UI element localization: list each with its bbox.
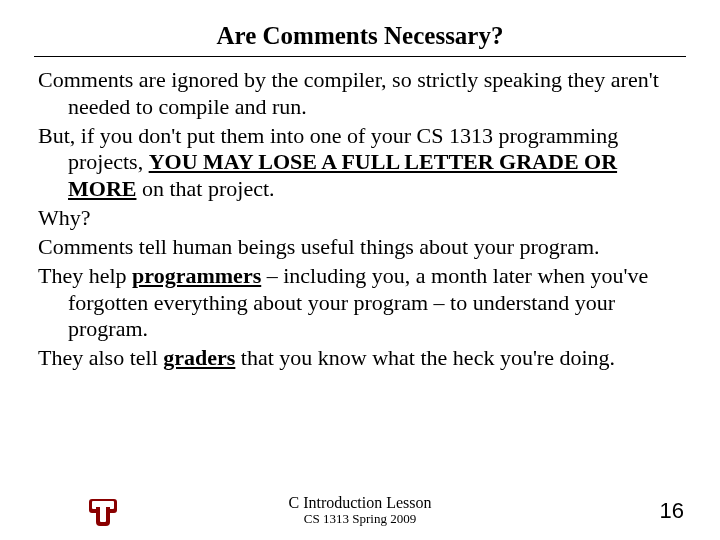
paragraph-2: But, if you don't put them into one of y… (38, 123, 682, 203)
slide-body: Comments are ignored by the compiler, so… (38, 67, 682, 372)
paragraph-5: They help programmers – including you, a… (38, 263, 682, 343)
text: that you know what the heck you're doing… (235, 345, 615, 370)
footer-center: C Introduction Lesson CS 1313 Spring 200… (288, 494, 431, 526)
footer-line1: C Introduction Lesson (288, 494, 431, 512)
slide-title: Are Comments Necessary? (38, 22, 682, 50)
text: on that project. (136, 176, 274, 201)
emphasis-graders: graders (163, 345, 235, 370)
text: Comments are ignored by the compiler, so… (38, 67, 659, 119)
paragraph-6: They also tell graders that you know wha… (38, 345, 682, 372)
page-number: 16 (660, 498, 684, 524)
text: They also tell (38, 345, 163, 370)
paragraph-4: Comments tell human beings useful things… (38, 234, 682, 261)
title-underline (34, 56, 686, 57)
paragraph-1: Comments are ignored by the compiler, so… (38, 67, 682, 121)
footer: C Introduction Lesson CS 1313 Spring 200… (0, 494, 720, 526)
text: They help (38, 263, 132, 288)
text: Comments tell human beings useful things… (38, 234, 600, 259)
footer-line2: CS 1313 Spring 2009 (288, 512, 431, 526)
text: Why? (38, 205, 91, 230)
slide: Are Comments Necessary? Comments are ign… (0, 0, 720, 540)
paragraph-3: Why? (38, 205, 682, 232)
emphasis-programmers: programmers (132, 263, 261, 288)
